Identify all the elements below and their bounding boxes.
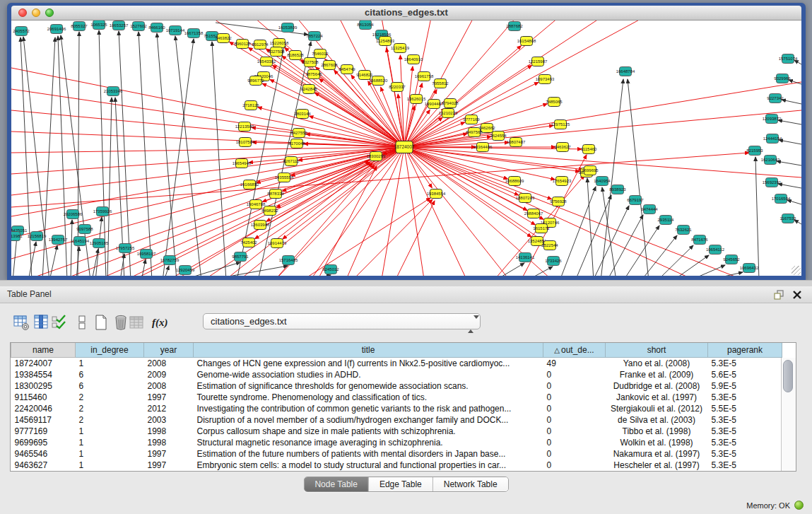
table-row[interactable]: 1938455462009Genome-wide association stu…	[11, 369, 782, 380]
graph-edge	[304, 198, 430, 276]
table-panel-titlebar: Table Panel	[0, 286, 812, 303]
table-cell: 5.3E-5	[708, 460, 782, 471]
table-row[interactable]: 1872400712008Changes of HCN gene express…	[11, 358, 782, 370]
table-row[interactable]: 946362711997Embryonic stem cells: a mode…	[11, 460, 782, 471]
select-rows-check-icon[interactable]	[51, 313, 68, 332]
table-cell: 0	[543, 369, 606, 380]
table-toolbar: f(x) citations_edges.txt	[10, 312, 801, 336]
node-label: 7425402	[240, 240, 257, 245]
table-cell: Corpus callosum shape and size in male p…	[194, 426, 543, 437]
traffic-lights	[18, 8, 54, 17]
close-panel-icon[interactable]	[792, 290, 802, 300]
zoom-button[interactable]	[45, 8, 54, 17]
table-row[interactable]: 911546021997Tourette syndrome. Phenomeno…	[11, 392, 782, 403]
tab-node-table[interactable]: Node Table	[304, 477, 368, 491]
table-row[interactable]: 946554611997Estimation of the future num…	[11, 448, 782, 460]
node-label: 17957255	[116, 246, 135, 250]
minimize-button[interactable]	[32, 8, 40, 17]
column-select-icon[interactable]	[33, 313, 49, 332]
node-label: 2867608	[321, 63, 338, 67]
table-selector-value: citations_edges.txt	[211, 316, 287, 327]
table-cell: 2	[76, 392, 144, 403]
node-label: 9097588	[76, 227, 93, 231]
table-scrollbar[interactable]	[781, 358, 796, 471]
tab-network-table[interactable]: Network Table	[433, 477, 508, 491]
node-label: 12093872	[763, 117, 782, 121]
column-header-in_degree[interactable]: in_degree	[76, 343, 144, 358]
citation-network-graph[interactable]: 2405572206914068055327106532510653257152…	[11, 21, 801, 276]
graph-edge	[404, 147, 801, 177]
graph-edge	[587, 178, 594, 276]
node-label: 16543382	[257, 59, 276, 64]
table-cell: Embryonic stem cells: a model to study s…	[194, 460, 543, 471]
node-label: 9115460	[581, 147, 598, 151]
delete-table-icon[interactable]	[112, 313, 129, 332]
tab-edge-table[interactable]: Edge Table	[368, 477, 433, 491]
node-label: 15692391	[763, 180, 782, 185]
column-header-label: year	[160, 345, 177, 355]
node-label: 16154808	[517, 39, 536, 43]
node-label: 9474444	[641, 207, 658, 211]
column-header-name[interactable]: name	[11, 343, 76, 358]
graph-edge	[141, 259, 146, 276]
network-canvas[interactable]: 2405572206914068055327106532510653257152…	[11, 21, 801, 276]
table-row[interactable]: 1456911722003Disruption of a novel membe…	[11, 414, 782, 426]
table-cell: 6	[76, 369, 144, 380]
resize-grip[interactable]	[792, 266, 801, 275]
node-label: 2803144	[294, 112, 311, 116]
new-table-icon[interactable]	[93, 313, 110, 332]
node-label: 19046788	[247, 202, 266, 206]
table-cell: Genome-wide association studies in ADHD.	[194, 369, 543, 380]
graph-edge	[400, 55, 404, 147]
row-height-icon[interactable]	[73, 313, 90, 332]
graph-edge	[164, 266, 169, 276]
table-cell: 0	[543, 426, 606, 437]
graph-edge	[212, 42, 226, 276]
node-label: 9245012	[322, 267, 339, 271]
node-label: 1640954	[594, 179, 611, 183]
function-builder-icon[interactable]: f(x)	[152, 313, 169, 332]
table-row[interactable]: 977716911998Corpus callosum shape and si…	[11, 426, 782, 437]
table-row[interactable]: 1830029562008Estimation of significance …	[11, 380, 782, 392]
node-label: 12213580	[235, 124, 254, 129]
float-panel-icon[interactable]	[774, 290, 784, 300]
node-label: 11325419	[391, 46, 410, 50]
column-header-pagerank[interactable]: pagerank	[708, 343, 782, 358]
node-label: 9699695	[582, 168, 599, 173]
node-label: 8055327	[71, 24, 88, 28]
column-header-short[interactable]: short	[606, 343, 708, 358]
table-type-tabs: Node TableEdge TableNetwork Table	[303, 477, 508, 492]
table-cell: Estimation of the future numbers of pati…	[194, 448, 543, 460]
table-cell: Franke et al. (2009)	[606, 369, 708, 380]
scrollbar-thumb[interactable]	[783, 360, 793, 392]
table-cell: 9463627	[11, 460, 76, 471]
node-label: 18300295	[367, 154, 386, 158]
column-header-label: pagerank	[727, 345, 763, 355]
table-selector-dropdown[interactable]: citations_edges.txt	[203, 313, 481, 329]
node-label: 3624554	[490, 134, 507, 138]
node-label: 15716485	[279, 258, 298, 262]
memory-ok-indicator[interactable]	[794, 501, 804, 510]
network-view-window[interactable]: citations_edges.txt 24055722069140680553…	[7, 3, 806, 280]
node-label: 9146821	[356, 73, 373, 77]
node-label: 16053809	[278, 25, 298, 30]
network-window-titlebar[interactable]: citations_edges.txt	[11, 6, 801, 21]
table-cell: 0	[543, 448, 606, 460]
close-button[interactable]	[18, 8, 27, 17]
node-label: 7857224	[306, 34, 323, 38]
table-cell: Estimation of significance thresholds fo…	[194, 380, 543, 392]
table-cell: 0	[543, 380, 606, 392]
table-row[interactable]: 2242004622012Investigating the contribut…	[11, 403, 782, 414]
table-row[interactable]: 969969511998Structural magnetic resonanc…	[11, 437, 782, 448]
node-label: 10696432	[740, 266, 759, 270]
table-cell: Nakamura et al. (1997)	[606, 448, 708, 460]
column-header-out_de[interactable]: △out_de...	[543, 343, 606, 358]
node-label: 8912974	[252, 42, 269, 47]
column-header-year[interactable]: year	[144, 343, 194, 358]
panel-divider[interactable]	[0, 280, 812, 286]
table-settings-icon[interactable]	[13, 313, 30, 332]
column-header-title[interactable]: title	[194, 343, 543, 358]
node-label: 7955812	[432, 81, 449, 86]
table-cell: 2012	[144, 403, 194, 414]
node-label: 1167533	[780, 216, 797, 221]
